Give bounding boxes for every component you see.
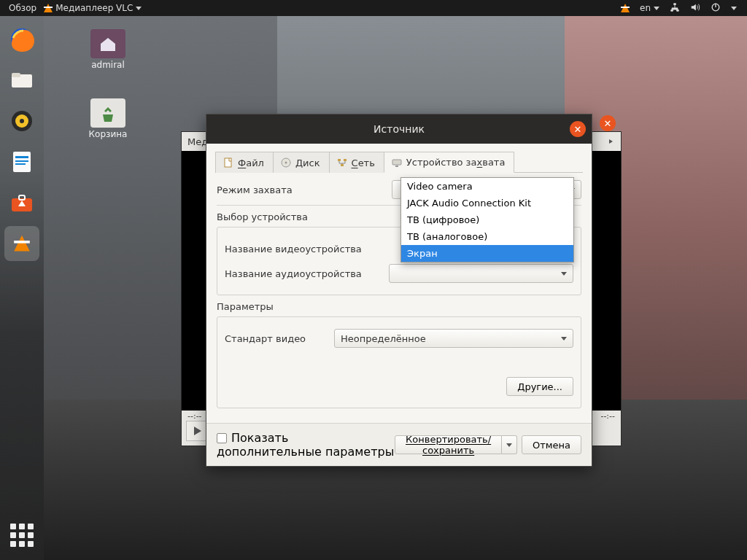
svg-rect-21 <box>395 166 398 167</box>
svg-rect-20 <box>392 160 401 165</box>
tab-file-label: Файл <box>238 158 264 168</box>
capture-mode-option[interactable]: Video camera <box>401 178 573 195</box>
tab-network[interactable]: Сеть <box>329 152 384 173</box>
capture-mode-listbox[interactable]: Video cameraJACK Audio Connection KitТВ … <box>400 177 574 262</box>
svg-rect-4 <box>12 73 20 77</box>
dock-rhythmbox[interactable] <box>4 104 39 139</box>
cancel-button[interactable]: Отмена <box>522 435 581 454</box>
audio-device-combobox[interactable] <box>389 264 573 283</box>
vlc-menubar-overflow-icon[interactable] <box>608 136 615 147</box>
dock-vlc[interactable] <box>4 226 39 261</box>
convert-save-dropdown-button[interactable] <box>502 435 517 454</box>
capture-mode-option[interactable]: ТВ (аналоговое) <box>401 228 573 245</box>
dialog-close-button[interactable]: ✕ <box>570 121 586 137</box>
show-applications-button[interactable] <box>4 518 39 553</box>
file-icon <box>223 158 233 168</box>
tab-capture-device[interactable]: Устройство захвата <box>384 152 515 173</box>
show-more-options-checkbox[interactable]: Показать дополнительные параметры <box>217 431 395 459</box>
dialog-title-label: Источник <box>374 123 425 135</box>
chevron-down-icon <box>506 443 512 447</box>
params-heading: Параметры <box>217 301 581 312</box>
network-icon <box>337 158 347 168</box>
chevron-down-icon <box>561 272 567 276</box>
tab-disc-label: Диск <box>295 158 320 168</box>
svg-rect-18 <box>344 159 347 161</box>
volume-icon[interactable] <box>690 2 700 15</box>
svg-point-7 <box>20 119 24 123</box>
ubuntu-dock <box>0 16 44 560</box>
vlc-menu-media-truncated[interactable]: Мед <box>187 136 208 147</box>
elapsed-time-label: --:-- <box>187 411 202 421</box>
appmenu-label: Медиаплеер VLC <box>55 3 133 13</box>
svg-point-16 <box>285 162 287 164</box>
svg-rect-9 <box>15 156 28 158</box>
audio-device-label: Название аудиоустройства <box>225 268 382 279</box>
input-lang-indicator[interactable]: en <box>640 3 659 13</box>
remaining-time-label: --:-- <box>600 411 615 421</box>
vlc-cone-icon <box>44 4 53 12</box>
appmenu-vlc[interactable]: Медиаплеер VLC <box>44 3 142 13</box>
capture-mode-option[interactable]: JACK Audio Connection Kit <box>401 195 573 211</box>
video-standard-combobox[interactable]: Неопределённое <box>334 329 573 348</box>
svg-rect-11 <box>15 163 26 165</box>
capture-mode-option[interactable]: ТВ (цифровое) <box>401 211 573 228</box>
activities-button[interactable]: Обзор <box>9 3 36 13</box>
open-media-dialog: Источник ✕ Файл Диск Сеть Устройство зах… <box>206 114 592 467</box>
svg-rect-10 <box>15 160 28 162</box>
video-standard-label: Стандарт видео <box>225 333 327 344</box>
capture-mode-label: Режим захвата <box>217 184 384 195</box>
svg-rect-19 <box>341 164 344 166</box>
chevron-down-icon <box>136 7 142 10</box>
power-icon[interactable] <box>711 2 721 15</box>
params-group: Стандарт видео Неопределённое Другие... <box>217 316 581 408</box>
parent-window-close-button[interactable]: ✕ <box>600 115 616 131</box>
capture-mode-option[interactable]: Экран <box>401 245 573 262</box>
network-icon[interactable] <box>670 2 680 15</box>
dialog-footer: Показать дополнительные параметры Конвер… <box>206 423 592 466</box>
dock-software-center[interactable] <box>4 185 39 220</box>
system-menu-chevron-icon[interactable] <box>731 7 737 10</box>
dock-firefox[interactable] <box>4 22 39 57</box>
desktop-trash[interactable]: Корзина <box>79 98 137 139</box>
gnome-topbar: Обзор Медиаплеер VLC en <box>0 0 747 16</box>
video-device-label: Название видеоустройства <box>225 244 382 254</box>
checkbox-icon <box>217 433 227 443</box>
tab-network-label: Сеть <box>352 158 375 168</box>
apps-grid-icon <box>10 524 34 547</box>
desktop-home-folder[interactable]: admiral <box>79 29 137 70</box>
svg-rect-14 <box>225 158 231 167</box>
convert-save-button[interactable]: Конвертировать/сохранить <box>395 435 502 454</box>
vlc-tray-icon[interactable] <box>621 4 630 12</box>
advanced-options-button[interactable]: Другие... <box>506 377 573 396</box>
tab-file[interactable]: Файл <box>215 152 274 173</box>
trash-icon <box>90 98 125 128</box>
dialog-titlebar[interactable]: Источник ✕ <box>206 114 592 144</box>
desktop-trash-label: Корзина <box>79 129 137 139</box>
show-more-options-label: Показать дополнительные параметры <box>217 431 394 459</box>
lang-label: en <box>640 3 651 13</box>
tab-disc[interactable]: Диск <box>273 152 330 173</box>
dock-libreoffice-writer[interactable] <box>4 144 39 179</box>
disc-icon <box>281 158 291 168</box>
desktop-home-label: admiral <box>79 60 137 70</box>
chevron-down-icon <box>654 7 659 10</box>
video-standard-value: Неопределённое <box>341 333 426 344</box>
source-tabs: Файл Диск Сеть Устройство захвата <box>215 151 583 173</box>
play-icon <box>194 427 201 435</box>
vlc-cone-icon <box>14 235 30 251</box>
capture-icon <box>392 158 402 168</box>
chevron-down-icon <box>561 337 567 341</box>
dock-files[interactable] <box>4 63 39 98</box>
home-folder-icon <box>90 29 125 58</box>
svg-rect-17 <box>338 159 341 161</box>
tab-capture-label: Устройство захвата <box>406 157 506 168</box>
svg-rect-13 <box>19 195 25 200</box>
